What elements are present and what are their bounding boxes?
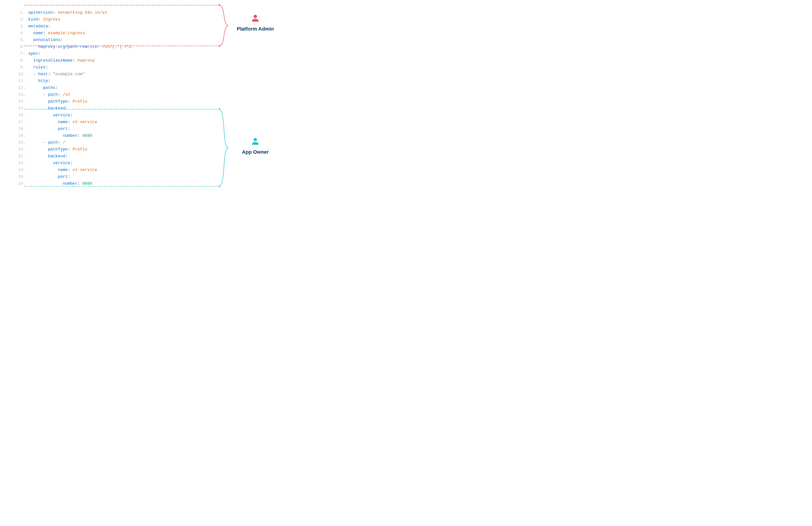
line-number: 12. — [18, 84, 28, 91]
person-icon — [237, 137, 274, 148]
line-number: 15. — [18, 105, 28, 112]
code-content: - path: /v2 — [28, 91, 70, 98]
line-number: 19. — [18, 132, 28, 139]
code-line: 6. haproxy.org/path-rewrite: /v2/(.*) /\… — [18, 43, 173, 50]
code-content: rules: — [28, 64, 48, 71]
persona-platform-admin: Platform Admin — [235, 14, 276, 32]
line-number: 11. — [18, 77, 28, 84]
line-number: 16. — [18, 112, 28, 118]
code-content: pathType: Prefix — [28, 98, 87, 105]
svg-point-1 — [254, 138, 257, 141]
line-number: 21. — [18, 146, 28, 153]
brace-top — [219, 5, 230, 47]
svg-point-0 — [254, 15, 257, 18]
code-line: 20. - path: / — [18, 139, 173, 146]
code-line: 18. port: — [18, 125, 173, 132]
code-content: haproxy.org/path-rewrite: /v2/(.*) /\1 — [28, 43, 132, 50]
code-content: apiVersion: networking.k8s.io/v1 — [28, 9, 107, 16]
code-line: 3.metadata: — [18, 23, 173, 30]
code-line: 14. pathType: Prefix — [18, 98, 173, 105]
line-number: 24. — [18, 167, 28, 173]
line-number: 7. — [18, 50, 28, 57]
person-icon — [235, 14, 276, 25]
code-line: 24. name: v1-service — [18, 167, 173, 173]
code-line: 22. backend: — [18, 153, 173, 160]
code-content: port: — [28, 125, 70, 132]
code-content: name: example-ingress — [28, 30, 85, 37]
code-line: 21. pathType: Prefix — [18, 146, 173, 153]
code-content: backend: — [28, 153, 68, 160]
line-number: 26. — [18, 180, 28, 187]
line-number: 20. — [18, 139, 28, 146]
persona-app-owner: App Owner — [237, 137, 274, 155]
code-line: 23. service: — [18, 160, 173, 167]
line-number: 13. — [18, 91, 28, 98]
line-number: 9. — [18, 64, 28, 71]
code-content: backend: — [28, 105, 68, 112]
code-line: 16. service: — [18, 112, 173, 118]
code-line: 15. backend: — [18, 105, 173, 112]
code-content: port: — [28, 173, 70, 180]
code-content: service: — [28, 160, 72, 167]
code-content: - host: "example.com" — [28, 71, 85, 77]
code-line: 10. - host: "example.com" — [18, 71, 173, 77]
code-content: kind: Ingress — [28, 16, 60, 23]
code-line: 1.apiVersion: networking.k8s.io/v1 — [18, 9, 173, 16]
code-content: metadata: — [28, 23, 50, 30]
line-number: 10. — [18, 71, 28, 77]
line-number: 8. — [18, 57, 28, 64]
persona-label: App Owner — [237, 149, 274, 155]
code-line: 9. rules: — [18, 64, 173, 71]
line-number: 5. — [18, 37, 28, 43]
line-number: 6. — [18, 43, 28, 50]
line-number: 22. — [18, 153, 28, 160]
code-content: service: — [28, 112, 72, 118]
line-number: 1. — [18, 9, 28, 16]
code-line: 13. - path: /v2 — [18, 91, 173, 98]
line-number: 18. — [18, 125, 28, 132]
line-number: 3. — [18, 23, 28, 30]
code-content: - path: / — [28, 139, 65, 146]
code-content: spec: — [28, 50, 41, 57]
code-content: annotations: — [28, 37, 63, 43]
line-number: 25. — [18, 173, 28, 180]
code-content: http: — [28, 77, 50, 84]
code-content: name: v2-service — [28, 118, 97, 125]
brace-bottom — [219, 109, 230, 188]
code-line: 17. name: v2-service — [18, 118, 173, 125]
code-content: ingressClassName: haproxy — [28, 57, 95, 64]
line-number: 14. — [18, 98, 28, 105]
code-content: paths: — [28, 84, 58, 91]
persona-label: Platform Admin — [235, 26, 276, 32]
yaml-code-block: 1.apiVersion: networking.k8s.io/v12.kind… — [18, 9, 173, 187]
line-number: 2. — [18, 16, 28, 23]
code-content: number: 8080 — [28, 180, 92, 187]
code-line: 4. name: example-ingress — [18, 30, 173, 37]
code-line: 12. paths: — [18, 84, 173, 91]
line-number: 17. — [18, 118, 28, 125]
code-line: 5. annotations: — [18, 37, 173, 43]
code-content: number: 8080 — [28, 132, 92, 139]
code-line: 7.spec: — [18, 50, 173, 57]
code-line: 19. number: 8080 — [18, 132, 173, 139]
code-content: name: v1-service — [28, 167, 97, 173]
line-number: 4. — [18, 30, 28, 37]
line-number: 23. — [18, 160, 28, 167]
code-line: 25. port: — [18, 173, 173, 180]
code-line: 26. number: 8080 — [18, 180, 173, 187]
code-line: 8. ingressClassName: haproxy — [18, 57, 173, 64]
code-line: 2.kind: Ingress — [18, 16, 173, 23]
code-content: pathType: Prefix — [28, 146, 87, 153]
code-line: 11. http: — [18, 77, 173, 84]
